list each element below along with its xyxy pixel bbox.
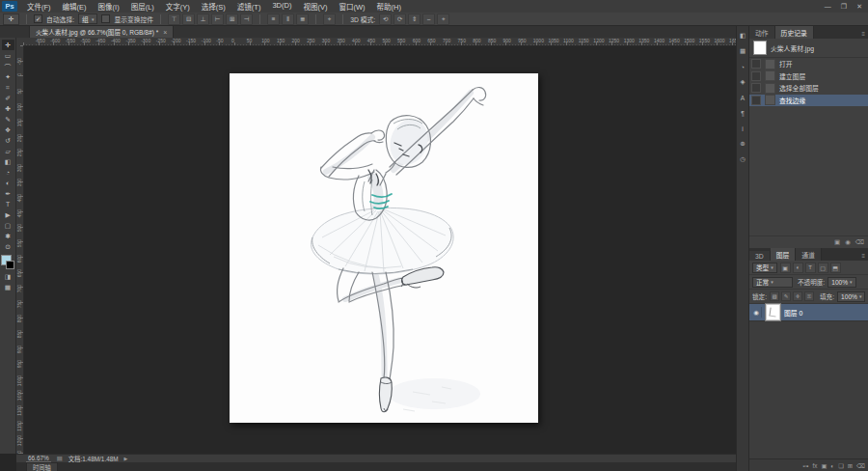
3d-rotate-icon[interactable]: ⟲: [379, 14, 392, 25]
menu-item-3[interactable]: 图层(L): [125, 1, 160, 12]
history-brush-tool[interactable]: ↺: [2, 135, 14, 146]
menu-item-0[interactable]: 文件(F): [21, 1, 57, 12]
3d-roll-icon[interactable]: ⟳: [393, 14, 406, 25]
crop-tool[interactable]: ⌗: [2, 82, 14, 93]
history-state-1[interactable]: 建立图层: [749, 70, 868, 83]
new-adjustment-layer-icon[interactable]: ◐: [830, 462, 834, 469]
opacity-field[interactable]: 100%▾: [827, 277, 855, 288]
auto-select-checkbox[interactable]: ✓: [34, 14, 42, 23]
brush-tool[interactable]: ✎: [2, 114, 14, 125]
filter-type-layers-icon[interactable]: T: [805, 263, 816, 273]
zoom-level-field[interactable]: 66.67%: [26, 455, 51, 462]
layer-row-selected[interactable]: ◉ 图层 0: [749, 304, 868, 321]
lasso-tool[interactable]: ⌒: [2, 61, 14, 71]
move-tool[interactable]: ✛: [2, 40, 14, 50]
history-source-well[interactable]: [751, 96, 761, 105]
layers-tab-1[interactable]: 图层: [771, 248, 797, 261]
history-source-well[interactable]: [751, 59, 761, 69]
link-layers-icon[interactable]: ⊶: [802, 462, 808, 469]
new-layer-icon[interactable]: ⊞: [848, 462, 853, 469]
blur-tool[interactable]: ◔: [2, 167, 14, 178]
minimize-button[interactable]: —: [825, 3, 831, 11]
delete-state-icon[interactable]: ⌫: [855, 238, 864, 246]
lock-all-icon[interactable]: ⚿: [804, 291, 814, 301]
3d-scale-icon[interactable]: ⌖: [437, 14, 449, 25]
filter-smart-objects-icon[interactable]: ⬒: [830, 263, 841, 273]
distribute-vertical-icon[interactable]: ⫴: [282, 14, 294, 25]
history-source-well[interactable]: [751, 71, 761, 81]
close-tab-icon[interactable]: ×: [163, 29, 167, 36]
history-source-well[interactable]: [751, 83, 761, 93]
menu-item-4[interactable]: 文字(Y): [160, 1, 196, 12]
new-document-from-state-icon[interactable]: ▣: [834, 238, 840, 246]
lock-transparent-pixels-icon[interactable]: ▨: [770, 291, 779, 301]
rectangle-tool[interactable]: ▢: [2, 220, 14, 231]
filter-type-dropdown[interactable]: 类型▾: [752, 263, 777, 273]
layers-tab-2[interactable]: 通道: [796, 248, 822, 261]
character-panel-icon[interactable]: A: [738, 93, 748, 102]
menu-item-9[interactable]: 窗口(W): [333, 1, 370, 12]
layer-visibility-eye-icon[interactable]: ◉: [751, 307, 762, 318]
styles-panel-icon[interactable]: ◈: [738, 77, 748, 87]
document-image[interactable]: [230, 73, 538, 423]
timeline-panel-tab[interactable]: 时间轴: [26, 462, 58, 471]
menu-item-10[interactable]: 帮助(H): [371, 1, 407, 12]
add-layer-mask-icon[interactable]: ▣: [821, 462, 827, 469]
type-tool[interactable]: T: [2, 199, 14, 209]
menu-item-8[interactable]: 视图(V): [297, 1, 333, 12]
history-state-2[interactable]: 选择全部图层: [749, 82, 868, 95]
show-transform-checkbox[interactable]: [101, 14, 110, 23]
menu-item-6[interactable]: 滤镜(T): [231, 1, 267, 12]
layer-name[interactable]: 图层 0: [784, 308, 802, 318]
filter-shape-layers-icon[interactable]: ▢: [818, 263, 828, 273]
horizontal-ruler[interactable]: -650-600-550-500-450-400-350-300-250-200…: [23, 38, 736, 46]
history-snapshot-row[interactable]: 火柴人素材.jpg: [749, 39, 868, 58]
maximize-button[interactable]: ❐: [841, 3, 847, 11]
quick-mask-icon[interactable]: ◨: [2, 271, 14, 282]
swatches-panel-icon[interactable]: ▦: [738, 46, 748, 56]
history-state-0[interactable]: 打开: [749, 58, 868, 70]
lock-image-pixels-icon[interactable]: ✎: [781, 291, 791, 301]
align-vertical-centers-icon[interactable]: ⊟: [182, 14, 195, 25]
menu-item-7[interactable]: 3D(D): [266, 1, 297, 12]
gradient-tool[interactable]: ◧: [2, 156, 14, 167]
filter-pixel-layers-icon[interactable]: ▣: [780, 263, 791, 273]
layers-tab-0[interactable]: 3D: [749, 251, 771, 261]
rectangular-marquee-tool[interactable]: ▭: [2, 50, 14, 61]
delete-layer-icon[interactable]: ⌫: [856, 462, 865, 469]
auto-select-dropdown[interactable]: 组▾: [78, 14, 97, 24]
history-panel-menu-icon[interactable]: ≡: [857, 31, 868, 39]
layer-style-icon[interactable]: fx: [812, 462, 817, 469]
menu-item-2[interactable]: 图像(I): [93, 1, 125, 12]
screen-mode-icon[interactable]: ▦: [2, 282, 14, 292]
adjustments-panel-icon[interactable]: ◔: [738, 62, 748, 71]
properties-panel-icon[interactable]: ◷: [738, 154, 748, 164]
blend-mode-dropdown[interactable]: 正常▾: [752, 277, 793, 288]
eyedropper-tool[interactable]: ✐: [2, 93, 14, 103]
spot-healing-brush-tool[interactable]: ✚: [2, 103, 14, 114]
3d-slide-icon[interactable]: ⇔: [422, 14, 435, 25]
fill-field[interactable]: 100%▾: [837, 291, 865, 302]
clone-stamp-tool[interactable]: ❖: [2, 125, 14, 135]
new-snapshot-icon[interactable]: ◉: [845, 238, 851, 246]
align-horizontal-centers-icon[interactable]: ⊞: [226, 14, 238, 25]
align-right-edges-icon[interactable]: ⊣: [240, 14, 253, 25]
auto-align-layers-icon[interactable]: ⌖: [323, 14, 336, 25]
menu-item-5[interactable]: 选择(S): [196, 1, 231, 12]
canvas-area[interactable]: -650-600-550-500-450-400-350-300-250-200…: [16, 38, 736, 454]
eraser-tool[interactable]: ▱: [2, 146, 14, 156]
move-tool-preset-icon[interactable]: ✛: [3, 14, 19, 25]
vertical-ruler[interactable]: -500501001502002503003504004505005506006…: [16, 45, 24, 454]
align-top-edges-icon[interactable]: ⊤: [168, 14, 180, 25]
status-arrow-icon[interactable]: ▶: [124, 456, 128, 461]
align-bottom-edges-icon[interactable]: ⊥: [197, 14, 209, 25]
info-panel-icon[interactable]: i: [738, 124, 748, 133]
clone-source-panel-icon[interactable]: ⊕: [738, 139, 748, 149]
hand-tool[interactable]: ✱: [2, 231, 14, 241]
paragraph-panel-icon[interactable]: ¶: [738, 108, 748, 118]
dodge-tool[interactable]: ◐: [2, 178, 14, 188]
3d-drag-icon[interactable]: ⇕: [408, 14, 420, 25]
layer-thumbnail[interactable]: [766, 304, 780, 320]
align-left-edges-icon[interactable]: ⊢: [211, 14, 224, 25]
distribute-bottom-icon[interactable]: ≣: [296, 14, 309, 25]
